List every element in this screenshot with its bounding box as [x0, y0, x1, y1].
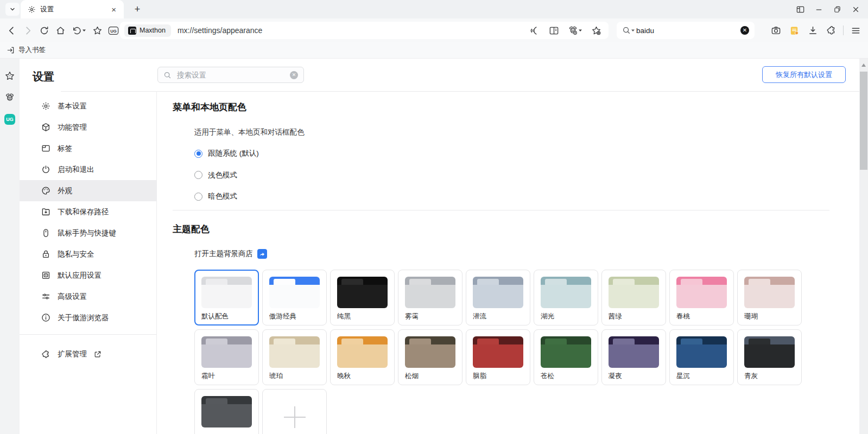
read-aloud-button[interactable]: [526, 22, 542, 39]
search-icon: [622, 26, 631, 35]
theme-card[interactable]: 潜流: [466, 270, 530, 326]
theme-card[interactable]: [194, 389, 259, 434]
sidebar-item-gear[interactable]: 基本设置: [20, 95, 156, 117]
site-identity-chip[interactable]: Maxthon: [124, 24, 171, 37]
external-link-icon: [94, 350, 102, 358]
color-mode-option[interactable]: 暗色模式: [194, 192, 237, 201]
tab-title: 设置: [40, 5, 109, 14]
theme-name: 胭脂: [473, 372, 523, 381]
workspace-layout-icon: [796, 5, 805, 14]
theme-card[interactable]: 默认配色: [194, 270, 259, 326]
toolbar-right-actions: [768, 22, 864, 39]
section-subtitle: 适用于菜单、本地页和对话框配色: [194, 127, 305, 137]
screenshot-camera-button[interactable]: [768, 22, 784, 39]
sidebar-item-lock[interactable]: 隐私与安全: [20, 244, 156, 265]
quick-search-input[interactable]: [635, 26, 740, 35]
user-avatar[interactable]: UG: [4, 114, 15, 125]
ug-badge-button[interactable]: UG: [105, 22, 122, 39]
sidebar-item-extensions[interactable]: 扩展管理: [41, 343, 102, 365]
search-engine-caret-icon[interactable]: [631, 28, 635, 33]
theme-card[interactable]: 霜叶: [194, 329, 259, 385]
maxnote-button[interactable]: [786, 22, 802, 39]
radio-unselected-icon[interactable]: [194, 171, 202, 179]
settings-search-input[interactable]: [176, 71, 286, 80]
tab-close-icon[interactable]: ×: [109, 4, 118, 15]
bookmarks-bar: 导入书签: [0, 42, 868, 59]
cube-icon: [41, 123, 50, 132]
add-theme-card[interactable]: [262, 389, 327, 434]
theme-name: 傲游经典: [269, 312, 320, 321]
sidebar-item-label: 隐私与安全: [58, 250, 94, 259]
theme-card[interactable]: 茜绿: [601, 270, 666, 326]
undo-button[interactable]: [68, 22, 89, 39]
sidebar-item-mouse[interactable]: 鼠标手势与快捷键: [20, 222, 156, 244]
import-bookmarks-link[interactable]: 导入书签: [18, 46, 46, 55]
theme-store-label: 打开主题背景商店: [194, 249, 253, 259]
theme-card[interactable]: 苍松: [534, 329, 598, 385]
active-tab[interactable]: 设置 ×: [21, 0, 124, 18]
sidebar-item-default-app[interactable]: 默认应用设置: [20, 265, 156, 286]
clear-search-icon[interactable]: ✕: [740, 26, 749, 35]
url-bar[interactable]: Maxthon mx://settings/appearance: [120, 22, 609, 39]
theme-name: 湖光: [541, 312, 591, 321]
sidebar-item-sliders[interactable]: 高级设置: [20, 286, 156, 307]
forward-button[interactable]: [20, 22, 36, 39]
sidebar-item-cube[interactable]: 功能管理: [20, 117, 156, 138]
main-menu-button[interactable]: [847, 22, 864, 39]
sidebar-item-browser-tab[interactable]: 标签: [20, 138, 156, 159]
theme-card[interactable]: 纯黑: [330, 270, 395, 326]
sidebar-item-label: 关于傲游浏览器: [58, 313, 109, 323]
quick-search-box[interactable]: ✕: [617, 22, 755, 39]
close-window-button[interactable]: [846, 0, 865, 18]
new-tab-button[interactable]: +: [130, 3, 144, 16]
color-mode-option[interactable]: 跟随系统 (默认): [194, 149, 259, 158]
sidebar-item-folder-download[interactable]: 下载和保存路径: [20, 201, 156, 222]
sidebar-item-palette[interactable]: 外观: [20, 180, 156, 201]
theme-card[interactable]: 胭脂: [466, 329, 530, 385]
theme-card[interactable]: 琥珀: [262, 329, 327, 385]
theme-card[interactable]: 春桃: [669, 270, 734, 326]
theme-card[interactable]: 星沉: [669, 329, 734, 385]
svg-text:UG: UG: [110, 28, 117, 33]
clear-settings-search-icon[interactable]: ✕: [290, 71, 298, 79]
collect-bee-button[interactable]: [565, 22, 585, 39]
sidebar-item-label: 功能管理: [58, 123, 87, 132]
url-text[interactable]: mx://settings/appearance: [178, 26, 526, 35]
home-button[interactable]: [52, 22, 68, 39]
theme-preview: [609, 336, 659, 368]
reset-all-defaults-button[interactable]: 恢复所有默认设置: [762, 66, 846, 83]
theme-card[interactable]: 珊瑚: [737, 270, 802, 326]
sidebar-item-power[interactable]: 启动和退出: [20, 159, 156, 180]
reload-button[interactable]: [36, 22, 52, 39]
theme-card[interactable]: 傲游经典: [262, 270, 327, 326]
bee-notes-icon[interactable]: [4, 92, 15, 103]
minimize-button[interactable]: [809, 0, 828, 18]
restore-button[interactable]: [828, 0, 846, 18]
radio-selected-icon[interactable]: [194, 150, 202, 158]
theme-card[interactable]: 晚秋: [330, 329, 395, 385]
favorites-star-face-icon[interactable]: [4, 71, 15, 81]
theme-card[interactable]: 青灰: [737, 329, 802, 385]
color-mode-option[interactable]: 浅色模式: [194, 170, 237, 180]
scrollbar-up-arrow[interactable]: [861, 63, 866, 67]
favorites-star-button[interactable]: [89, 22, 105, 39]
settings-search-box[interactable]: ✕: [157, 67, 304, 83]
sidebar-item-info[interactable]: 关于傲游浏览器: [20, 307, 156, 328]
tab-search-chevron-button[interactable]: [5, 3, 20, 16]
add-bookmark-star-button[interactable]: [588, 22, 604, 39]
extensions-puzzle-button[interactable]: [823, 22, 839, 39]
sidebar-item-label: 下载和保存路径: [58, 207, 109, 217]
theme-card[interactable]: 雾霭: [398, 270, 462, 326]
theme-card[interactable]: 凝夜: [601, 329, 666, 385]
open-theme-store-link[interactable]: 打开主题背景商店: [194, 249, 267, 259]
workspace-layout-button[interactable]: [791, 0, 809, 18]
radio-unselected-icon[interactable]: [194, 193, 202, 201]
scrollbar-thumb[interactable]: [860, 72, 867, 170]
plus-icon: [284, 406, 306, 428]
page-scrollbar[interactable]: [859, 59, 868, 434]
downloads-button[interactable]: [804, 22, 821, 39]
theme-card[interactable]: 湖光: [534, 270, 598, 326]
reader-mode-button[interactable]: [546, 22, 562, 39]
theme-card[interactable]: 松烟: [398, 329, 462, 385]
back-button[interactable]: [3, 22, 20, 39]
